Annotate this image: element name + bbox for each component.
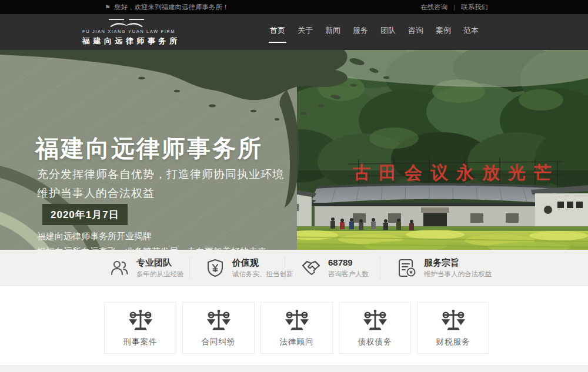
page: ⚑ 您好，欢迎来到福建向远律师事务所！ 在线咨询 | 联系我们 FU JIAN … <box>0 0 588 372</box>
justice-scale-icon <box>127 309 154 333</box>
feature-client-count: 68789 咨询客户人数 <box>301 257 369 279</box>
feature-values: 价值观 诚信务实、担当创新 <box>205 257 293 279</box>
logo[interactable]: FU JIAN XIANG YUAN LAW FIRM 福建向远律师事务所 <box>82 18 171 46</box>
flag-icon: ⚑ <box>105 4 111 11</box>
justice-scale-icon <box>205 309 232 333</box>
document-star-icon <box>397 258 417 278</box>
hero-banner: 古田会议永放光芒 <box>0 50 588 250</box>
nav-item-services[interactable]: 服务 <box>353 21 368 44</box>
hero-photo: 古田会议永放光芒 <box>282 50 588 250</box>
service-label: 合同纠纷 <box>202 337 236 347</box>
hero-news-line1: 福建向远律师事务所开业揭牌 <box>37 231 152 242</box>
nav-item-team[interactable]: 团队 <box>380 21 396 44</box>
topbar-links: 在线咨询 | 联系我们 <box>420 0 488 14</box>
main-nav: 首页 关于 新闻 服务 团队 咨询 案例 范本 <box>270 14 479 50</box>
service-card-criminal[interactable]: 刑事案件 <box>104 302 176 354</box>
shield-yen-icon <box>205 258 225 278</box>
hero-news-line2: 祝福向远所向远高飞，业务繁荣发展，走向更加美好的未来 <box>37 246 266 250</box>
feature-desc: 诚信务实、担当创新 <box>232 270 293 279</box>
service-card-tax[interactable]: 财税服务 <box>417 302 489 354</box>
service-label: 债权债务 <box>358 337 392 347</box>
nav-item-home[interactable]: 首页 <box>270 21 285 44</box>
feature-title: 68789 <box>328 257 369 268</box>
hero-date-badge: 2020年1月7日 <box>42 204 128 225</box>
hero-content: 福建向远律师事务所 充分发挥律师各自优势，打造律师协同执业环境 维护当事人的合法… <box>0 50 306 250</box>
service-card-contract[interactable]: 合同纠纷 <box>182 302 255 354</box>
feature-desc: 多年的从业经验 <box>136 270 184 279</box>
feature-title: 专业团队 <box>136 257 184 268</box>
feature-mission: 服务宗旨 维护当事人的合法权益 <box>397 257 492 279</box>
service-card-legal-counsel[interactable]: 法律顾问 <box>260 302 333 354</box>
welcome-text: 您好，欢迎来到福建向远律师事务所！ <box>114 3 229 12</box>
team-icon <box>109 258 129 278</box>
bottom-strip <box>0 366 588 372</box>
contact-us-link[interactable]: 联系我们 <box>461 3 488 12</box>
service-label: 刑事案件 <box>123 337 158 347</box>
flower-field <box>282 230 588 250</box>
hero-title: 福建向远律师事务所 <box>35 132 263 165</box>
feature-desc: 咨询客户人数 <box>328 270 369 279</box>
online-consult-link[interactable]: 在线咨询 <box>420 3 447 12</box>
feature-divider <box>380 257 380 279</box>
nav-item-templates[interactable]: 范本 <box>463 21 479 44</box>
justice-scale-icon <box>440 309 467 333</box>
feature-divider <box>285 257 285 279</box>
topbar: ⚑ 您好，欢迎来到福建向远律师事务所！ 在线咨询 | 联系我们 <box>0 0 588 14</box>
feature-divider <box>189 257 190 279</box>
logo-text-en: FU JIAN XIANG YUAN LAW FIRM <box>82 29 171 34</box>
hero-tagline-line2: 维护当事人的合法权益 <box>37 186 155 201</box>
hero-tagline-line1: 充分发挥律师各自优势，打造律师协同执业环境 <box>37 167 284 182</box>
navbar: FU JIAN XIANG YUAN LAW FIRM 福建向远律师事务所 首页… <box>0 14 588 50</box>
services-section: 刑事案件 合同纠纷 <box>0 286 588 366</box>
nav-item-about[interactable]: 关于 <box>298 21 313 44</box>
justice-scale-icon <box>283 309 310 333</box>
justice-scale-icon <box>362 309 389 333</box>
nav-item-consult[interactable]: 咨询 <box>408 21 423 44</box>
feature-title: 价值观 <box>232 257 293 268</box>
service-card-debt[interactable]: 债权债务 <box>339 302 411 354</box>
topbar-separator: | <box>453 4 455 11</box>
nav-item-cases[interactable]: 案例 <box>436 21 451 44</box>
handshake-icon <box>301 258 321 278</box>
feature-desc: 维护当事人的合法权益 <box>424 270 492 279</box>
service-label: 法律顾问 <box>280 337 314 347</box>
temple-roof <box>298 183 572 206</box>
features-band: 专业团队 多年的从业经验 价值观 诚信务实、担当创新 <box>0 250 588 286</box>
photo-sign-text: 古田会议永放光芒 <box>352 163 560 182</box>
logo-mark-icon <box>108 18 145 28</box>
feature-team: 专业团队 多年的从业经验 <box>109 257 184 279</box>
service-label: 财税服务 <box>436 337 470 347</box>
feature-title: 服务宗旨 <box>424 257 492 268</box>
nav-item-news[interactable]: 新闻 <box>325 21 340 44</box>
logo-text-cn: 福建向远律师事务所 <box>82 36 171 46</box>
topbar-welcome-area: ⚑ 您好，欢迎来到福建向远律师事务所！ <box>105 0 229 14</box>
